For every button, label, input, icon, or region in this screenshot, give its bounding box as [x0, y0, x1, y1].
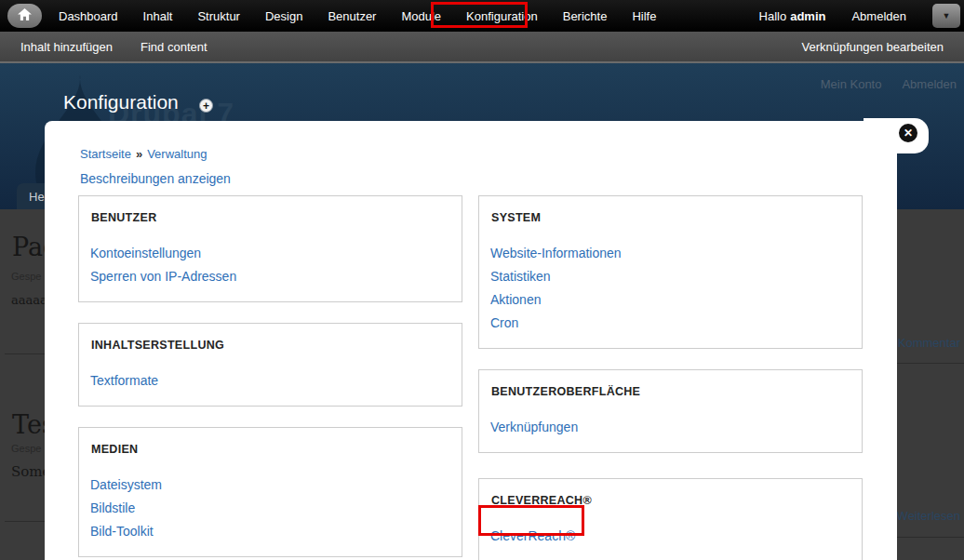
toolbar-item-module[interactable]: Module	[401, 9, 441, 23]
link-website-informationen[interactable]: Website-Informationen	[490, 242, 622, 265]
breadcrumb-separator: »	[136, 147, 142, 161]
toolbar-item-design[interactable]: Design	[265, 9, 302, 23]
my-account-link: Mein Konto	[821, 77, 882, 91]
background-post-meta: Gespe	[11, 443, 41, 454]
divider	[5, 353, 45, 354]
background-post-body: aaaaa	[11, 293, 45, 307]
background-post-body: Some	[11, 463, 45, 480]
panel-title: BENUTZEROBERFLÄCHE	[491, 385, 850, 398]
toolbar-right: Halloadmin Abmelden ▼	[759, 4, 960, 28]
find-content-link[interactable]: Find content	[141, 40, 208, 54]
toolbar-item-struktur[interactable]: Struktur	[197, 9, 240, 23]
edit-shortcuts-link[interactable]: Verknüpfungen bearbeiten	[801, 40, 944, 54]
panel-title: MEDIEN	[91, 443, 450, 456]
user-greeting: Halloadmin	[759, 9, 826, 23]
link-cron[interactable]: Cron	[490, 312, 518, 335]
panel-title: BENUTZER	[91, 211, 450, 224]
panel-benutzer: BENUTZER Kontoeinstellungen Sperren von …	[78, 195, 462, 302]
home-icon	[18, 8, 32, 23]
show-descriptions-link[interactable]: Beschreibungen anzeigen	[80, 171, 231, 186]
link-verknuepfungen[interactable]: Verknüpfungen	[490, 416, 578, 439]
background-post-title: Pag	[12, 233, 45, 261]
page-title: Konfiguration	[63, 91, 179, 113]
header-logout-link: Abmelden	[902, 77, 957, 91]
panel-column-left: BENUTZER Kontoeinstellungen Sperren von …	[78, 195, 462, 557]
background-post-meta: Gespe	[11, 271, 41, 282]
background-post-title: Tes	[12, 410, 45, 439]
panel-medien: MEDIEN Dateisystem Bildstile Bild-Toolki…	[78, 427, 462, 557]
close-icon: ✕	[904, 127, 913, 140]
username: admin	[790, 9, 825, 23]
divider	[897, 363, 964, 364]
breadcrumb-current-link[interactable]: Verwaltung	[147, 147, 207, 161]
link-dateisystem[interactable]: Dateisystem	[90, 473, 162, 497]
panel-title: CLEVERREACH®	[491, 494, 850, 507]
toolbar-item-konfiguration[interactable]: Konfiguration	[466, 9, 538, 23]
panel-title: INHALTSERSTELLUNG	[91, 339, 450, 352]
chevron-down-icon: ▼	[943, 11, 951, 20]
divider	[897, 537, 964, 538]
link-cleverreach[interactable]: CleverReach®	[490, 525, 575, 548]
link-statistiken[interactable]: Statistiken	[490, 265, 551, 288]
add-shortcut-icon: +	[199, 99, 213, 113]
link-aktionen[interactable]: Aktionen	[490, 288, 541, 312]
link-bildstile[interactable]: Bildstile	[90, 497, 135, 520]
link-sperren-von-ip-adressen[interactable]: Sperren von IP-Adressen	[90, 265, 236, 288]
breadcrumb: Startseite»Verwaltung	[80, 147, 207, 161]
toolbar-item-benutzer[interactable]: Benutzer	[328, 9, 376, 23]
panel-inhaltserstellung: INHALTSERSTELLUNG Textformate	[78, 323, 462, 407]
breadcrumb-home-link[interactable]: Startseite	[80, 147, 131, 161]
link-bild-toolkit[interactable]: Bild-Toolkit	[90, 520, 154, 543]
shortcut-bar: Inhalt hinzufügen Find content Verknüpfu…	[0, 32, 964, 63]
drupal-admin-page: Dashboard Inhalt Struktur Design Benutze…	[0, 0, 964, 560]
close-button-holder: ✕	[864, 118, 929, 153]
panel-cleverreach: CLEVERREACH® CleverReach®	[478, 478, 863, 560]
background-readmore-link: Weiterlesen	[897, 509, 960, 523]
configuration-overlay-modal: ✕ Startseite»Verwaltung Beschreibungen a…	[45, 121, 897, 560]
panel-title: SYSTEM	[491, 211, 850, 224]
toolbar-toggle-button[interactable]: ▼	[932, 4, 960, 28]
home-button[interactable]	[7, 4, 42, 28]
logout-link[interactable]: Abmelden	[851, 9, 906, 23]
background-content-left: Pag Gespe aaaaa Tes Gespe Some	[0, 209, 45, 560]
toolbar-item-berichte[interactable]: Berichte	[563, 9, 608, 23]
link-textformate[interactable]: Textformate	[90, 369, 158, 393]
admin-menu: Dashboard Inhalt Struktur Design Benutze…	[59, 9, 656, 23]
header-account-links: Mein Konto Abmelden	[821, 77, 957, 91]
panel-benutzeroberflaeche: BENUTZEROBERFLÄCHE Verknüpfungen	[478, 369, 863, 453]
toolbar-item-hilfe[interactable]: Hilfe	[632, 9, 656, 23]
link-kontoeinstellungen[interactable]: Kontoeinstellungen	[90, 242, 201, 265]
add-content-link[interactable]: Inhalt hinzufügen	[20, 40, 113, 54]
toolbar-item-inhalt[interactable]: Inhalt	[143, 9, 173, 23]
panel-system: SYSTEM Website-Informationen Statistiken…	[478, 195, 863, 349]
panel-column-right: SYSTEM Website-Informationen Statistiken…	[478, 195, 863, 560]
admin-toolbar: Dashboard Inhalt Struktur Design Benutze…	[0, 0, 964, 32]
background-comment-link: Kommentar	[898, 336, 960, 350]
divider	[5, 521, 45, 522]
close-button[interactable]: ✕	[897, 122, 919, 144]
toolbar-item-dashboard[interactable]: Dashboard	[59, 9, 118, 23]
background-content-right: Kommentar Weiterlesen	[897, 209, 964, 560]
